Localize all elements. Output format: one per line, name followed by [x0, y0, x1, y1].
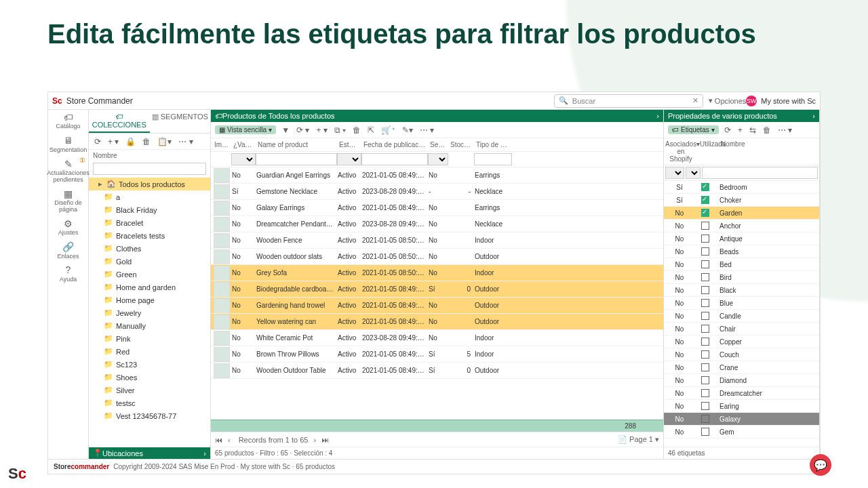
filter-status[interactable] — [337, 153, 361, 165]
checkbox[interactable] — [701, 338, 709, 346]
paste-icon[interactable]: 📋▾ — [156, 137, 173, 146]
sidebar-item-ayuda[interactable]: ?Ayuda — [48, 262, 88, 285]
tags-pill[interactable]: 🏷 Etiquetas ▾ — [668, 125, 719, 134]
tree-item[interactable]: 📁Silver — [89, 384, 210, 396]
checkbox[interactable] — [701, 389, 709, 397]
search-input[interactable]: 🔍 Buscar ✕ — [554, 94, 703, 108]
checkbox[interactable] — [701, 402, 709, 410]
sidebar-item-actualizaciones[interactable]: ✎Actualizaciones pendientes — [48, 157, 88, 186]
tree-item[interactable]: 📁testsc — [89, 396, 210, 409]
filter-icon[interactable]: ▼ — [280, 125, 291, 135]
table-row[interactable]: NoWooden Outdoor TableActivo2021-01-05 0… — [211, 363, 663, 379]
bulk-green-icon[interactable]: 🛒⁺ — [380, 125, 397, 135]
tag-row[interactable]: NoGem — [664, 426, 819, 439]
filter-variant[interactable] — [231, 153, 256, 165]
refresh-icon[interactable]: ⟳ ▾ — [295, 125, 311, 135]
tree-item[interactable]: 📁Sc123 — [89, 358, 210, 371]
filter-used[interactable] — [686, 167, 701, 179]
table-row[interactable]: NoDreamcatcher Pendant NecklaceActivo202… — [211, 216, 663, 232]
lock-icon[interactable]: 🔒 — [124, 137, 137, 146]
first-page-icon[interactable]: ⏮ — [215, 436, 222, 444]
tag-row[interactable]: NoAnchor — [664, 220, 819, 232]
tag-row[interactable]: NoCrane — [664, 361, 819, 374]
checkbox[interactable] — [701, 312, 709, 320]
checkbox[interactable] — [701, 415, 709, 423]
collection-filter-input[interactable] — [93, 163, 206, 175]
checkbox[interactable] — [701, 183, 709, 191]
table-row[interactable]: NoGalaxy EarringsActivo2021-01-05 08:49:… — [211, 200, 663, 216]
tree-item[interactable]: 📁Green — [89, 268, 210, 281]
checkbox[interactable] — [701, 222, 709, 230]
checkbox[interactable] — [701, 376, 709, 384]
tag-row[interactable]: NoBlack — [664, 284, 819, 297]
checkbox[interactable] — [701, 196, 709, 204]
next-page-icon[interactable]: › — [313, 436, 316, 444]
trash-icon[interactable]: 🗑 — [762, 125, 772, 135]
sidebar-item-ajustes[interactable]: ⚙Ajustes — [48, 216, 88, 239]
more-icon[interactable]: ⋯ ▾ — [776, 125, 793, 135]
tree-item[interactable]: 📁Manually — [89, 319, 210, 332]
tag-row[interactable]: SíBedroom — [664, 181, 819, 194]
checkbox[interactable] — [701, 363, 709, 371]
tree-item[interactable]: 📁Home and garden — [89, 281, 210, 293]
tag-row[interactable]: NoCopper — [664, 336, 819, 348]
checkbox[interactable] — [701, 235, 709, 243]
link-icon[interactable]: ⇆ — [748, 125, 757, 135]
checkbox[interactable] — [701, 209, 709, 217]
last-page-icon[interactable]: ⏭ — [321, 436, 329, 444]
tag-row[interactable]: NoAntique — [664, 232, 819, 245]
tree-item[interactable]: 📁Home page — [89, 293, 210, 306]
tree-item[interactable]: 📁Shoes — [89, 371, 210, 384]
tree-item[interactable]: 📁a — [89, 190, 210, 203]
filter-date[interactable] — [361, 153, 428, 165]
checkbox[interactable] — [701, 299, 709, 307]
checkbox[interactable] — [701, 325, 709, 333]
filter-name[interactable] — [256, 153, 337, 165]
tree-root[interactable]: 🏠Todos los productos — [89, 178, 210, 190]
tag-row[interactable]: SíChoker — [664, 194, 819, 207]
table-row[interactable]: NoWhite Ceramic PotActivo2023-08-28 09:4… — [211, 330, 663, 346]
checkbox[interactable] — [701, 428, 709, 436]
tree-item[interactable]: 📁Black Friday — [89, 203, 210, 216]
refresh-icon[interactable]: ⟳ — [93, 137, 102, 146]
sidebar-item-segmentation[interactable]: 🖥Segmentation — [48, 133, 88, 156]
tree-item[interactable]: 📁Clothes — [89, 242, 210, 255]
options-button[interactable]: ▾ Opciones — [709, 96, 746, 105]
tree-item[interactable]: 📁Bracelets tests — [89, 229, 210, 242]
sidebar-item-enlaces[interactable]: 🔗Enlaces — [48, 239, 88, 262]
tag-row[interactable]: NoBlue — [664, 297, 819, 310]
checkbox[interactable] — [701, 286, 709, 294]
tree-item[interactable]: 📁Red — [89, 345, 210, 358]
page-indicator[interactable]: 📄 Page 1 ▾ — [618, 435, 659, 444]
prev-page-icon[interactable]: ‹ — [228, 436, 231, 444]
tag-row[interactable]: NoBeads — [664, 245, 819, 258]
sidebar-item-diseno[interactable]: ▦Diseño de página — [48, 186, 88, 216]
tag-row[interactable]: NoGalaxy — [664, 413, 819, 426]
tree-item[interactable]: 📁Bracelet — [89, 216, 210, 229]
more-icon[interactable]: ⋯ ▾ — [177, 137, 194, 146]
tree-item[interactable]: 📁Gold — [89, 255, 210, 268]
tree-item[interactable]: 📁Pink — [89, 332, 210, 345]
table-row[interactable]: NoGrey SofaActivo2021-01-05 08:50:00NoIn… — [211, 265, 663, 281]
trash-icon[interactable]: 🗑 — [351, 125, 362, 135]
table-row[interactable]: NoWooden FenceActivo2021-01-05 08:50:03N… — [211, 232, 663, 249]
view-pill[interactable]: ▦ Vista sencilla ▾ — [215, 125, 276, 134]
ubicaciones-bar[interactable]: 📍Ubicaciones› — [89, 447, 210, 459]
add-icon[interactable]: + ▾ — [106, 137, 120, 146]
add-icon[interactable]: + ▾ — [315, 125, 328, 135]
checkbox[interactable] — [701, 260, 709, 268]
filter-tagname[interactable] — [702, 167, 818, 179]
table-row[interactable]: NoGuardian Angel EarringsActivo2021-01-0… — [211, 167, 663, 184]
filter-assoc[interactable] — [665, 167, 684, 179]
sidebar-item-catalogo[interactable]: 🏷Catálogo — [48, 110, 88, 133]
avatar[interactable]: SW — [746, 96, 757, 106]
checkbox[interactable] — [701, 247, 709, 256]
more-icon[interactable]: ⋯ ▾ — [418, 125, 435, 135]
edit-icon[interactable]: ✎▾ — [401, 125, 414, 135]
trash-icon[interactable]: 🗑 — [141, 137, 152, 146]
tag-row[interactable]: NoDiamond — [664, 374, 819, 387]
tab-colecciones[interactable]: 🏷 COLECCIONES — [89, 110, 150, 133]
chat-button[interactable]: 💬 — [810, 454, 831, 476]
table-row[interactable]: NoBiodegradable cardboard potsActivo2021… — [211, 281, 663, 298]
tag-row[interactable]: NoCandle — [664, 310, 819, 323]
